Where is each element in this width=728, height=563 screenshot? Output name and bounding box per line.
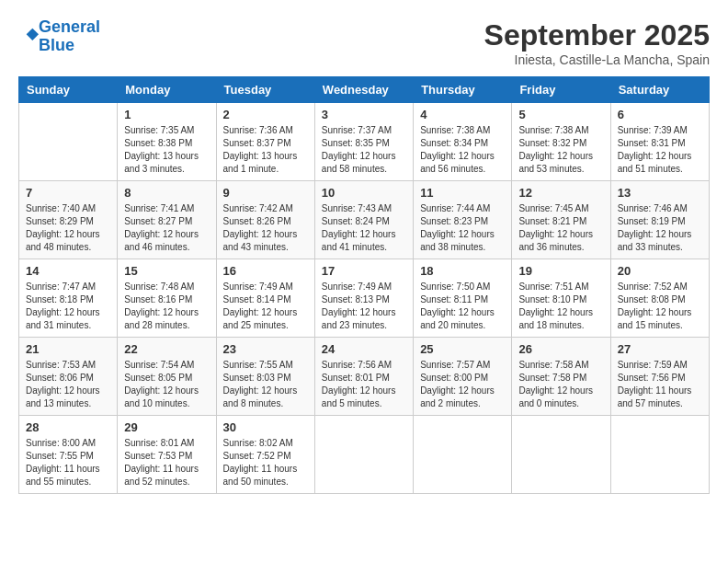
col-header-saturday: Saturday — [610, 77, 709, 103]
week-row-5: 28Sunrise: 8:00 AMSunset: 7:55 PMDayligh… — [19, 416, 710, 494]
day-number: 20 — [618, 264, 702, 278]
cell-info: Sunrise: 7:58 AMSunset: 7:58 PMDaylight:… — [518, 359, 603, 410]
cell-info: Sunrise: 7:55 AMSunset: 8:03 PMDaylight:… — [223, 359, 308, 410]
cell-info: Sunrise: 8:02 AMSunset: 7:52 PMDaylight:… — [223, 437, 308, 488]
calendar-cell: 21Sunrise: 7:53 AMSunset: 8:06 PMDayligh… — [19, 338, 118, 416]
day-number: 14 — [26, 264, 110, 278]
column-headers: SundayMondayTuesdayWednesdayThursdayFrid… — [19, 77, 710, 103]
cell-info: Sunrise: 7:50 AMSunset: 8:11 PMDaylight:… — [420, 281, 505, 332]
cell-info: Sunrise: 7:47 AMSunset: 8:18 PMDaylight:… — [26, 281, 110, 332]
calendar-cell: 7Sunrise: 7:40 AMSunset: 8:29 PMDaylight… — [19, 181, 118, 259]
calendar-cell: 9Sunrise: 7:42 AMSunset: 8:26 PMDaylight… — [216, 181, 314, 259]
calendar-cell: 29Sunrise: 8:01 AMSunset: 7:53 PMDayligh… — [118, 416, 216, 494]
day-number: 9 — [223, 186, 308, 200]
cell-info: Sunrise: 7:38 AMSunset: 8:34 PMDaylight:… — [420, 124, 505, 176]
cell-info: Sunrise: 7:41 AMSunset: 8:27 PMDaylight:… — [124, 202, 209, 254]
day-number: 8 — [124, 186, 209, 200]
calendar-cell — [19, 103, 118, 181]
day-number: 18 — [420, 264, 505, 278]
day-number: 12 — [518, 186, 603, 200]
cell-info: Sunrise: 7:44 AMSunset: 8:23 PMDaylight:… — [420, 202, 505, 254]
day-number: 2 — [223, 108, 308, 121]
logo: General Blue — [18, 18, 100, 55]
day-number: 15 — [124, 264, 209, 278]
week-row-4: 21Sunrise: 7:53 AMSunset: 8:06 PMDayligh… — [19, 338, 710, 416]
cell-info: Sunrise: 7:56 AMSunset: 8:01 PMDaylight:… — [322, 359, 406, 410]
day-number: 29 — [124, 420, 209, 434]
day-number: 5 — [518, 108, 603, 121]
cell-info: Sunrise: 7:49 AMSunset: 8:14 PMDaylight:… — [223, 281, 308, 332]
cell-info: Sunrise: 7:38 AMSunset: 8:32 PMDaylight:… — [518, 124, 603, 176]
cell-info: Sunrise: 7:46 AMSunset: 8:19 PMDaylight:… — [618, 202, 702, 254]
cell-info: Sunrise: 7:45 AMSunset: 8:21 PMDaylight:… — [518, 202, 603, 254]
cell-info: Sunrise: 8:00 AMSunset: 7:55 PMDaylight:… — [26, 437, 110, 488]
week-row-2: 7Sunrise: 7:40 AMSunset: 8:29 PMDaylight… — [19, 181, 710, 259]
calendar-cell: 28Sunrise: 8:00 AMSunset: 7:55 PMDayligh… — [19, 416, 118, 494]
col-header-thursday: Thursday — [414, 77, 512, 103]
calendar-cell: 22Sunrise: 7:54 AMSunset: 8:05 PMDayligh… — [118, 338, 216, 416]
cell-info: Sunrise: 7:37 AMSunset: 8:35 PMDaylight:… — [322, 124, 406, 176]
cell-info: Sunrise: 7:52 AMSunset: 8:08 PMDaylight:… — [618, 281, 702, 332]
day-number: 13 — [618, 186, 702, 200]
calendar-cell: 17Sunrise: 7:49 AMSunset: 8:13 PMDayligh… — [314, 259, 413, 338]
calendar-cell: 5Sunrise: 7:38 AMSunset: 8:32 PMDaylight… — [512, 103, 610, 181]
calendar-cell: 26Sunrise: 7:58 AMSunset: 7:58 PMDayligh… — [512, 338, 610, 416]
cell-info: Sunrise: 7:54 AMSunset: 8:05 PMDaylight:… — [124, 359, 209, 410]
day-number: 22 — [124, 342, 209, 356]
calendar-cell: 11Sunrise: 7:44 AMSunset: 8:23 PMDayligh… — [414, 181, 512, 259]
cell-info: Sunrise: 7:49 AMSunset: 8:13 PMDaylight:… — [322, 281, 406, 332]
calendar-cell: 23Sunrise: 7:55 AMSunset: 8:03 PMDayligh… — [216, 338, 314, 416]
calendar-cell: 1Sunrise: 7:35 AMSunset: 8:38 PMDaylight… — [118, 103, 216, 181]
day-number: 21 — [26, 342, 110, 356]
day-number: 27 — [618, 342, 702, 356]
calendar-cell — [314, 416, 413, 494]
cell-info: Sunrise: 7:39 AMSunset: 8:31 PMDaylight:… — [618, 124, 702, 176]
logo-text: General Blue — [39, 18, 100, 55]
day-number: 17 — [322, 264, 406, 278]
cell-info: Sunrise: 7:36 AMSunset: 8:37 PMDaylight:… — [223, 124, 308, 176]
cell-info: Sunrise: 7:40 AMSunset: 8:29 PMDaylight:… — [26, 202, 110, 254]
cell-info: Sunrise: 7:43 AMSunset: 8:24 PMDaylight:… — [322, 202, 406, 254]
day-number: 16 — [223, 264, 308, 278]
calendar-cell: 18Sunrise: 7:50 AMSunset: 8:11 PMDayligh… — [414, 259, 512, 338]
col-header-friday: Friday — [512, 77, 610, 103]
calendar-cell: 20Sunrise: 7:52 AMSunset: 8:08 PMDayligh… — [610, 259, 709, 338]
day-number: 3 — [322, 108, 406, 121]
calendar-cell: 10Sunrise: 7:43 AMSunset: 8:24 PMDayligh… — [314, 181, 413, 259]
calendar-cell: 14Sunrise: 7:47 AMSunset: 8:18 PMDayligh… — [19, 259, 118, 338]
calendar-cell: 3Sunrise: 7:37 AMSunset: 8:35 PMDaylight… — [314, 103, 413, 181]
col-header-monday: Monday — [118, 77, 216, 103]
calendar-cell: 8Sunrise: 7:41 AMSunset: 8:27 PMDaylight… — [118, 181, 216, 259]
day-number: 7 — [26, 186, 110, 200]
calendar-cell: 6Sunrise: 7:39 AMSunset: 8:31 PMDaylight… — [610, 103, 709, 181]
calendar-cell — [610, 416, 709, 494]
calendar-cell: 13Sunrise: 7:46 AMSunset: 8:19 PMDayligh… — [610, 181, 709, 259]
calendar-cell — [414, 416, 512, 494]
calendar-table: SundayMondayTuesdayWednesdayThursdayFrid… — [18, 76, 710, 494]
cell-info: Sunrise: 7:59 AMSunset: 7:56 PMDaylight:… — [618, 359, 702, 410]
calendar-cell: 4Sunrise: 7:38 AMSunset: 8:34 PMDaylight… — [414, 103, 512, 181]
cell-info: Sunrise: 7:35 AMSunset: 8:38 PMDaylight:… — [124, 124, 209, 176]
day-number: 23 — [223, 342, 308, 356]
day-number: 6 — [618, 108, 702, 121]
cell-info: Sunrise: 7:42 AMSunset: 8:26 PMDaylight:… — [223, 202, 308, 254]
logo-line2: Blue — [39, 36, 74, 54]
day-number: 30 — [223, 420, 308, 434]
day-number: 26 — [518, 342, 603, 356]
page-header: General Blue September 2025 Iniesta, Cas… — [18, 18, 710, 67]
logo-line1: General — [39, 17, 100, 36]
calendar-cell: 12Sunrise: 7:45 AMSunset: 8:21 PMDayligh… — [512, 181, 610, 259]
col-header-sunday: Sunday — [19, 77, 118, 103]
month-title: September 2025 — [484, 18, 710, 52]
svg-marker-0 — [27, 28, 39, 40]
week-row-1: 1Sunrise: 7:35 AMSunset: 8:38 PMDaylight… — [19, 103, 710, 181]
calendar-cell: 25Sunrise: 7:57 AMSunset: 8:00 PMDayligh… — [414, 338, 512, 416]
day-number: 25 — [420, 342, 505, 356]
calendar-cell: 24Sunrise: 7:56 AMSunset: 8:01 PMDayligh… — [314, 338, 413, 416]
location-subtitle: Iniesta, Castille-La Mancha, Spain — [484, 52, 710, 67]
calendar-cell: 15Sunrise: 7:48 AMSunset: 8:16 PMDayligh… — [118, 259, 216, 338]
calendar-cell: 27Sunrise: 7:59 AMSunset: 7:56 PMDayligh… — [610, 338, 709, 416]
calendar-cell — [512, 416, 610, 494]
day-number: 28 — [26, 420, 110, 434]
day-number: 4 — [420, 108, 505, 121]
